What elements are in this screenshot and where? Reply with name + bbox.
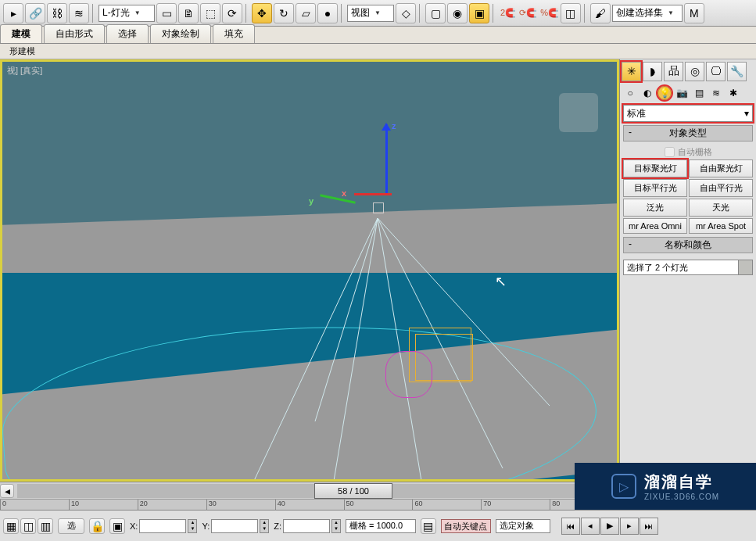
toolbar-button[interactable]: ▢ xyxy=(425,3,446,23)
toolbar-button[interactable]: ◉ xyxy=(447,3,468,23)
status-icon[interactable]: ◫ xyxy=(20,518,36,534)
ref-coord-dropdown[interactable]: 视图 ▼ xyxy=(347,5,394,22)
goto-end-icon[interactable]: ⏭ xyxy=(640,518,658,535)
y-spinner[interactable]: ▲▼ xyxy=(260,519,269,533)
mr-area-omni-button[interactable]: mr Area Omni xyxy=(623,218,687,234)
status-icon[interactable]: ▥ xyxy=(38,518,53,534)
y-label: Y: xyxy=(202,521,210,531)
tab-modeling[interactable]: 建模 xyxy=(0,24,42,43)
target-direct-button[interactable]: 目标平行光 xyxy=(623,179,687,197)
toolbar-button[interactable]: ◫ xyxy=(561,3,581,23)
shapes-icon[interactable]: ◐ xyxy=(640,86,654,100)
ribbon-tabs: 建模 自由形式 选择 对象绘制 填充 xyxy=(0,27,756,44)
free-direct-button[interactable]: 自由平行光 xyxy=(689,179,753,197)
viewport[interactable]: 视] [真实] z x y ↖ xyxy=(0,59,619,482)
toolbar-button[interactable]: 🗎 xyxy=(178,3,199,23)
name-color-body xyxy=(620,255,756,280)
modify-tab[interactable]: ◗ xyxy=(643,62,662,81)
tab-object-paint[interactable]: 对象绘制 xyxy=(150,24,211,43)
display-tab[interactable]: 🖵 xyxy=(706,62,726,81)
object-name-input[interactable] xyxy=(623,260,739,275)
time-slider-thumb[interactable]: 58 / 100 xyxy=(314,483,392,499)
axis-z-label: z xyxy=(392,121,396,131)
select-lock-button[interactable]: 选 xyxy=(58,518,84,534)
link-icon[interactable]: 🔗 xyxy=(25,3,45,23)
systems-icon[interactable]: ✱ xyxy=(726,86,740,100)
spacewarps-icon[interactable]: ≋ xyxy=(709,86,723,100)
unlink-icon[interactable]: ⛓ xyxy=(47,3,67,23)
transform-mode-icon[interactable]: ▣ xyxy=(109,518,125,534)
object-color-swatch[interactable] xyxy=(739,260,753,275)
geometry-icon[interactable]: ○ xyxy=(623,86,637,100)
light-filter-dropdown[interactable]: L-灯光 ▼ xyxy=(99,5,155,22)
move-icon[interactable]: ✥ xyxy=(252,3,272,23)
next-frame-icon[interactable]: ▸ xyxy=(620,518,639,535)
scale-icon[interactable]: ▱ xyxy=(296,3,316,23)
chevron-down-icon: ▼ xyxy=(134,9,141,16)
y-input[interactable] xyxy=(211,519,258,533)
toolbar-button[interactable]: ⟳ xyxy=(222,3,242,23)
x-input[interactable] xyxy=(139,519,186,533)
helpers-icon[interactable]: ▤ xyxy=(692,86,706,100)
status-icon[interactable]: ▦ xyxy=(3,518,19,534)
prev-frame-icon[interactable]: ◂ xyxy=(581,518,600,535)
ruler-mark: 60 xyxy=(412,500,481,510)
snap-2-icon[interactable]: 2🧲 xyxy=(500,8,516,18)
minus-icon: - xyxy=(629,238,632,249)
utilities-tab[interactable]: 🔧 xyxy=(727,62,747,81)
goto-start-icon[interactable]: ⏮ xyxy=(561,518,580,535)
snap-pct-icon[interactable]: %🧲 xyxy=(540,8,559,18)
z-coord-field: Z: ▲▼ xyxy=(274,519,341,533)
snap-angle-icon[interactable]: ⟳🧲 xyxy=(519,8,537,18)
create-tab[interactable]: ✳ xyxy=(622,62,641,81)
axis-y-label: y xyxy=(309,196,314,206)
tab-freeform[interactable]: 自由形式 xyxy=(44,24,105,43)
omni-button[interactable]: 泛光 xyxy=(623,199,687,217)
auto-key-button[interactable]: 自动关键点 xyxy=(441,519,491,533)
toolbar-button[interactable]: ▣ xyxy=(469,3,489,23)
toolbar-button[interactable]: M xyxy=(684,3,704,23)
cameras-icon[interactable]: 📷 xyxy=(675,86,689,100)
motion-tab[interactable]: ◎ xyxy=(685,62,704,81)
tab-select[interactable]: 选择 xyxy=(106,24,149,43)
light-filter-label: L-灯光 xyxy=(102,6,130,20)
sub-tab-polymodel[interactable]: 形建模 xyxy=(3,45,41,58)
sphere-icon[interactable]: ● xyxy=(317,3,338,23)
rotate-icon[interactable]: ↻ xyxy=(274,3,294,23)
status-bar: ▦ ◫ ▥ 选 🔒 ▣ X: ▲▼ Y: ▲▼ Z: ▲▼ 栅格 = 1000.… xyxy=(0,510,756,541)
skylight-button[interactable]: 天光 xyxy=(689,199,753,217)
brush-icon[interactable]: 🖌 xyxy=(590,3,611,23)
gizmo-axis[interactable]: z x y xyxy=(346,124,409,218)
status-icon[interactable]: ▤ xyxy=(421,518,436,534)
rollout-object-type[interactable]: - 对象类型 xyxy=(623,125,753,142)
rollout-name-color[interactable]: - 名称和颜色 xyxy=(623,237,753,253)
hierarchy-tab[interactable]: 品 xyxy=(664,62,683,81)
selection-set-dropdown[interactable]: 创建选择集 ▼ xyxy=(612,5,683,22)
lock-icon[interactable]: 🔒 xyxy=(89,518,105,534)
select-icon[interactable]: ⬚ xyxy=(200,3,220,23)
toolbar-button[interactable]: ◇ xyxy=(396,3,416,23)
free-spot-button[interactable]: 自由聚光灯 xyxy=(689,159,753,177)
chevron-down-icon: ▾ xyxy=(744,108,749,119)
ruler-mark: 40 xyxy=(275,500,344,510)
chevron-down-icon: ▼ xyxy=(668,9,674,16)
ruler-mark: 70 xyxy=(481,500,550,510)
toolbar-button[interactable]: ▭ xyxy=(156,3,177,23)
auto-grid-label: 自动栅格 xyxy=(678,146,712,158)
selected-object-readout: 选定对象 xyxy=(496,519,550,533)
play-icon[interactable]: ▶ xyxy=(600,518,619,535)
main-toolbar: ▸ 🔗 ⛓ ≋ L-灯光 ▼ ▭ 🗎 ⬚ ⟳ ✥ ↻ ▱ ● 视图 ▼ ◇ ▢ … xyxy=(0,0,756,27)
timeline-prev-icon[interactable]: ◂ xyxy=(0,484,14,498)
x-spinner[interactable]: ▲▼ xyxy=(188,519,197,533)
lights-icon[interactable]: 💡 xyxy=(657,86,672,100)
toolbar-button[interactable]: ▸ xyxy=(3,3,23,23)
z-input[interactable] xyxy=(283,519,330,533)
target-spot-button[interactable]: 目标聚光灯 xyxy=(623,159,687,177)
tab-populate[interactable]: 填充 xyxy=(213,24,255,43)
wave-icon[interactable]: ≋ xyxy=(69,3,89,23)
light-type-dropdown[interactable]: 标准 ▾ xyxy=(623,105,753,122)
y-coord-field: Y: ▲▼ xyxy=(202,519,269,533)
view-cube[interactable] xyxy=(559,93,598,132)
z-spinner[interactable]: ▲▼ xyxy=(331,519,341,533)
mr-area-spot-button[interactable]: mr Area Spot xyxy=(689,218,753,234)
